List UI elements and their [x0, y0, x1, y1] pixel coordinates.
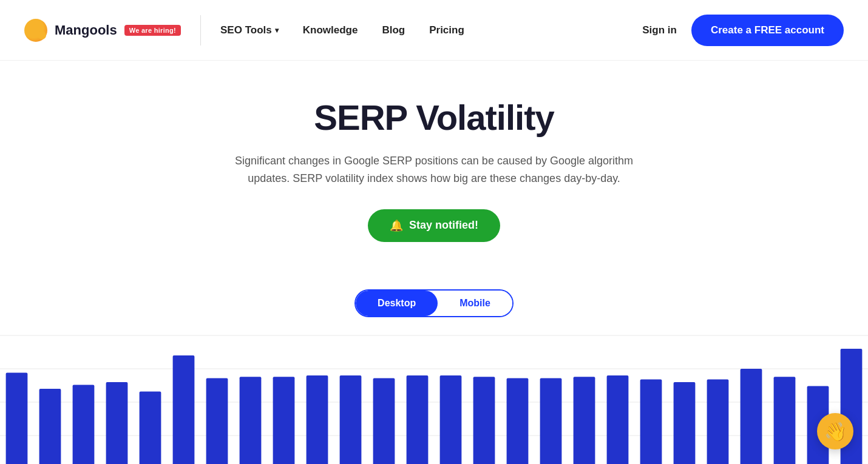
bar-7[interactable] — [240, 377, 262, 464]
navbar: Mangools We are hiring! SEO Tools ▾ Know… — [0, 0, 868, 61]
sign-in-link[interactable]: Sign in — [642, 24, 677, 36]
hero-section: SERP Volatility Significant changes in G… — [0, 61, 868, 260]
tab-desktop[interactable]: Desktop — [356, 291, 438, 316]
bar-22[interactable] — [741, 369, 762, 464]
bar-2[interactable] — [73, 385, 95, 464]
bar-8[interactable] — [273, 377, 295, 464]
bell-icon: 🔔 — [390, 219, 403, 232]
nav-center: SEO Tools ▾ Knowledge Blog Pricing — [220, 24, 464, 36]
tab-mobile[interactable]: Mobile — [438, 291, 512, 316]
bar-4[interactable] — [140, 391, 161, 464]
bar-3[interactable] — [106, 382, 128, 464]
pricing-link[interactable]: Pricing — [429, 24, 464, 36]
bar-19[interactable] — [640, 379, 662, 464]
blog-link[interactable]: Blog — [382, 24, 405, 36]
bar-10[interactable] — [340, 375, 362, 464]
bar-20[interactable] — [674, 382, 696, 464]
create-account-button[interactable]: Create a FREE account — [691, 15, 844, 46]
logo-icon — [24, 19, 47, 42]
tabs-wrapper: Desktop Mobile — [354, 289, 514, 317]
chatbot-bubble[interactable]: 👋 — [817, 413, 853, 449]
stay-notified-button[interactable]: 🔔 Stay notified! — [368, 209, 500, 242]
bar-1[interactable] — [39, 389, 61, 464]
device-tabs: Desktop Mobile — [0, 289, 868, 317]
bar-chart-wrapper — [0, 329, 868, 464]
bar-16[interactable] — [540, 378, 562, 464]
bar-13[interactable] — [440, 375, 462, 464]
nav-right: Sign in Create a FREE account — [642, 15, 844, 46]
page-title: SERP Volatility — [12, 97, 856, 138]
logo-text[interactable]: Mangools — [55, 22, 117, 38]
nav-divider — [200, 15, 201, 45]
bar-23[interactable] — [774, 377, 796, 464]
bar-chart — [0, 329, 868, 464]
chart-container: 2023-08-222023-08-252023-08-282023-08-31… — [0, 329, 868, 464]
seo-tools-link[interactable]: SEO Tools ▾ — [220, 24, 279, 36]
hiring-badge[interactable]: We are hiring! — [124, 25, 181, 36]
bar-21[interactable] — [707, 379, 729, 464]
hero-subtitle: Significant changes in Google SERP posit… — [222, 152, 646, 187]
bar-6[interactable] — [206, 378, 228, 464]
nav-left: Mangools We are hiring! SEO Tools ▾ Know… — [24, 15, 464, 45]
chevron-down-icon: ▾ — [275, 26, 279, 35]
bar-14[interactable] — [473, 377, 495, 464]
bar-0[interactable] — [6, 372, 28, 464]
bar-11[interactable] — [373, 378, 395, 464]
bar-15[interactable] — [507, 378, 529, 464]
bar-12[interactable] — [407, 375, 429, 464]
bar-9[interactable] — [307, 375, 328, 464]
knowledge-link[interactable]: Knowledge — [303, 24, 358, 36]
chatbot-icon: 👋 — [824, 421, 847, 442]
bar-17[interactable] — [574, 377, 595, 464]
bar-5[interactable] — [173, 355, 195, 464]
bar-18[interactable] — [607, 375, 629, 464]
